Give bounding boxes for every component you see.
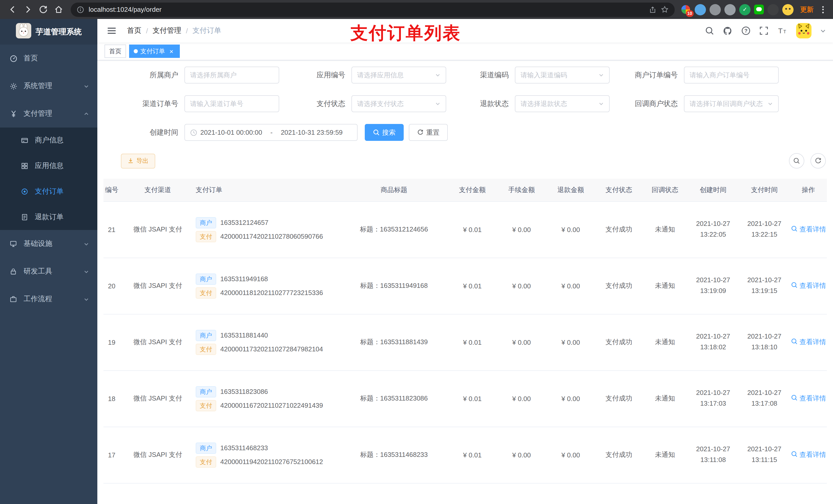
- sidebar-item-payment[interactable]: 支付管理: [0, 100, 97, 127]
- tab-close-icon[interactable]: ×: [168, 47, 175, 55]
- sidebar-item-home[interactable]: 首页: [0, 45, 97, 72]
- extension-gray2-icon[interactable]: [724, 4, 736, 15]
- chevron-down-icon: [598, 101, 604, 106]
- briefcase-icon: [9, 295, 18, 303]
- cell-id: 18: [103, 370, 125, 427]
- filter-input-channel-order-no[interactable]: 请输入渠道订单号: [185, 95, 279, 112]
- address-bar[interactable]: localhost:1024/pay/order: [71, 2, 675, 17]
- sidebar-item-dev-tools[interactable]: 研发工具: [0, 258, 97, 285]
- view-detail-link[interactable]: 查看详情: [791, 281, 826, 290]
- cell-create-time: 2021-10-2713:11:08: [688, 427, 739, 483]
- browser-reload-icon[interactable]: [36, 2, 50, 17]
- create-time-range-input[interactable]: 2021-10-01 00:00:00 - 2021-10-31 23:59:5…: [185, 124, 358, 141]
- view-detail-link[interactable]: 查看详情: [791, 394, 826, 403]
- placeholder-text: 请选择所属商户: [190, 70, 237, 80]
- search-button[interactable]: 搜索: [365, 124, 404, 141]
- breadcrumb-item[interactable]: 首页: [127, 26, 141, 35]
- browser-back-icon[interactable]: [5, 2, 20, 17]
- cell-refund: ¥ 0.00: [546, 370, 595, 427]
- refresh-button[interactable]: [810, 153, 826, 169]
- cell-status: [595, 483, 642, 504]
- filter-select-refund-status[interactable]: 请选择退款状态: [515, 95, 610, 112]
- view-detail-link[interactable]: 查看详情: [791, 338, 826, 347]
- cell-notify: 未通知: [642, 370, 688, 427]
- sidebar-item-label: 研发工具: [24, 267, 52, 276]
- share-icon[interactable]: [649, 6, 656, 13]
- sidebar-item-system[interactable]: 系统管理: [0, 72, 97, 100]
- tab-home[interactable]: 首页: [104, 45, 126, 58]
- filter-select-pay-status[interactable]: 请选择支付状态: [352, 95, 446, 112]
- bookmark-star-icon[interactable]: [661, 6, 669, 13]
- sidebar-item-merchant-info[interactable]: 商户信息: [0, 127, 97, 153]
- extension-blue-icon[interactable]: [695, 4, 706, 15]
- cell-action: 查看详情: [790, 314, 827, 370]
- app-logo[interactable]: 芋道管理系统: [0, 19, 97, 45]
- tab-label: 首页: [109, 47, 121, 55]
- browser-profile-avatar[interactable]: [782, 4, 793, 15]
- filter-select-app-no[interactable]: 请选择应用信息: [352, 67, 446, 83]
- extensions-grid-icon[interactable]: 10: [680, 4, 691, 15]
- filter-label: 退款状态: [446, 99, 515, 108]
- table-row: 17微信 JSAPI 支付商户1635311468233支付4200001194…: [103, 427, 827, 483]
- filter-input-merchant[interactable]: 请选择所属商户: [185, 67, 279, 83]
- clock-icon: [190, 129, 197, 136]
- filter-field-pay-status: 支付状态请选择支付状态: [279, 95, 446, 112]
- cell-pay-time: 2021-10-2713:22:15: [739, 201, 790, 258]
- browser-update-button[interactable]: 更新: [797, 3, 817, 16]
- cell-fee: [497, 483, 546, 504]
- browser-forward-icon[interactable]: [21, 2, 35, 17]
- extension-green-check-icon[interactable]: ✓: [739, 4, 751, 15]
- merchant-order-line: 商户1635311823086: [196, 386, 340, 397]
- tab-label: 支付订单: [140, 47, 165, 55]
- site-info-icon[interactable]: [77, 6, 84, 13]
- help-icon[interactable]: ?: [741, 26, 751, 35]
- extension-gray-icon[interactable]: [710, 4, 721, 15]
- font-size-icon[interactable]: TT: [777, 26, 787, 35]
- view-detail-link[interactable]: 查看详情: [791, 450, 826, 459]
- sidebar-item-infrastructure[interactable]: 基础设施: [0, 230, 97, 258]
- filter-label: 所属商户: [103, 70, 185, 80]
- column-header: 支付金额: [448, 179, 497, 201]
- cell-notify: 未通知: [642, 427, 688, 483]
- export-button[interactable]: 导出: [121, 153, 155, 168]
- user-avatar[interactable]: [796, 23, 811, 39]
- placeholder-text: 请选择支付状态: [357, 99, 404, 108]
- filter-field-merchant: 所属商户请选择所属商户: [103, 67, 279, 83]
- browser-menu-icon[interactable]: [820, 6, 826, 13]
- github-icon[interactable]: [723, 26, 733, 35]
- filter-label-create-time: 创建时间: [103, 128, 185, 137]
- table-row: 商户1635311157326: [103, 483, 827, 504]
- breadcrumb-item[interactable]: 支付管理: [153, 26, 181, 35]
- filter-input-merchant-order-no[interactable]: 请输入商户订单编号: [684, 67, 779, 83]
- sidebar-item-app-info[interactable]: 应用信息: [0, 153, 97, 179]
- column-header: 创建时间: [688, 179, 739, 201]
- breadcrumb: 首页/支付管理/支付订单: [127, 26, 221, 35]
- browser-extensions-area: 10 ✓ 更新: [680, 3, 828, 16]
- cell-title: 标题：1635311949168: [340, 258, 448, 314]
- sidebar-collapse-icon[interactable]: [104, 26, 119, 36]
- cell-status: 支付成功: [595, 258, 642, 314]
- sidebar-item-refund-order[interactable]: 退款订单: [0, 205, 97, 230]
- sidebar-item-pay-order[interactable]: 支付订单: [0, 179, 97, 205]
- cell-action: 查看详情: [790, 258, 827, 314]
- fullscreen-icon[interactable]: [759, 26, 768, 35]
- reset-button[interactable]: 重置: [409, 124, 448, 141]
- browser-home-icon[interactable]: [51, 2, 66, 17]
- sidebar-item-workflow[interactable]: 工作流程: [0, 285, 97, 313]
- cell-refund: [546, 483, 595, 504]
- sidebar-item-label: 首页: [24, 54, 38, 63]
- filter-label: 应用编号: [279, 70, 352, 80]
- date-separator: -: [270, 128, 272, 136]
- cell-channel: 微信 JSAPI 支付: [125, 258, 191, 314]
- user-menu-caret-icon[interactable]: [820, 28, 826, 33]
- filter-select-channel-code[interactable]: 请输入渠道编码: [515, 67, 610, 83]
- cell-amount: ¥ 0.01: [448, 258, 497, 314]
- tab-pay-order[interactable]: 支付订单×: [129, 45, 180, 58]
- filter-select-notify-status[interactable]: 请选择订单回调商户状态: [684, 95, 779, 112]
- search-icon[interactable]: [705, 26, 714, 35]
- view-detail-link[interactable]: 查看详情: [791, 225, 826, 234]
- cell-fee: ¥ 0.00: [497, 370, 546, 427]
- toggle-search-button[interactable]: [789, 153, 804, 169]
- extension-chat-icon[interactable]: [754, 5, 764, 14]
- extension-dark-icon[interactable]: [767, 4, 779, 15]
